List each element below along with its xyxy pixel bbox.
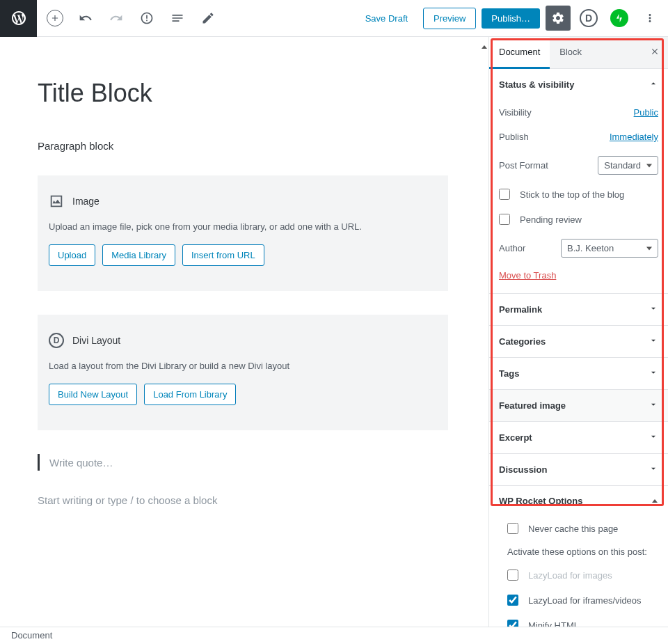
- pending-checkbox[interactable]: Pending review: [499, 207, 658, 232]
- panel-wp-rocket-toggle[interactable]: WP Rocket Options: [499, 496, 658, 506]
- lazy-images-checkbox[interactable]: LazyLoad for images: [499, 563, 658, 588]
- chevron-down-icon: [649, 368, 658, 379]
- wprocket-activate-text: Activate these options on this post:: [499, 541, 658, 563]
- quote-block[interactable]: Write quote…: [38, 454, 448, 471]
- author-select[interactable]: B.J. Keeton: [561, 239, 658, 258]
- image-icon: [49, 194, 64, 209]
- panel-featured-image: Featured image: [489, 390, 668, 422]
- chevron-down-icon: [649, 400, 658, 411]
- chevron-down-icon: [649, 336, 658, 347]
- panel-discussion: Discussion: [489, 454, 668, 486]
- author-label: Author: [499, 243, 525, 253]
- divi-button[interactable]: D: [576, 6, 601, 31]
- chevron-up-icon: [649, 79, 658, 91]
- insert-url-button[interactable]: Insert from URL: [182, 244, 264, 266]
- visibility-label: Visibility: [499, 107, 532, 118]
- info-button[interactable]: [134, 6, 159, 31]
- footer-breadcrumb[interactable]: Document: [0, 627, 668, 644]
- visibility-value-link[interactable]: Public: [634, 107, 658, 118]
- default-block-placeholder[interactable]: Start writing or type / to choose a bloc…: [38, 494, 448, 506]
- move-to-trash-link[interactable]: Move to Trash: [499, 265, 556, 283]
- image-block-title: Image: [72, 196, 100, 207]
- image-block[interactable]: Image Upload an image file, pick one fro…: [38, 175, 448, 291]
- tab-block[interactable]: Block: [550, 37, 591, 68]
- divi-block-desc: Load a layout from the Divi Library or b…: [49, 361, 437, 371]
- edit-button[interactable]: [196, 6, 221, 31]
- chevron-down-icon: [649, 304, 658, 315]
- build-layout-button[interactable]: Build New Layout: [49, 384, 137, 405]
- divi-block-title: Divi Layout: [72, 335, 120, 346]
- post-title[interactable]: Title Block: [38, 79, 448, 108]
- outline-button[interactable]: [165, 6, 190, 31]
- add-block-button[interactable]: [42, 6, 67, 31]
- upload-button[interactable]: Upload: [49, 244, 95, 266]
- media-library-button[interactable]: Media Library: [102, 244, 175, 266]
- image-block-desc: Upload an image file, pick one from your…: [49, 221, 437, 232]
- minify-html-checkbox[interactable]: Minify HTML: [499, 613, 658, 627]
- preview-button[interactable]: Preview: [423, 8, 476, 29]
- panel-wp-rocket: WP Rocket Options Never cache this page …: [489, 486, 668, 627]
- more-options-button[interactable]: [637, 6, 662, 31]
- panel-tags: Tags: [489, 358, 668, 390]
- never-cache-checkbox[interactable]: Never cache this page: [499, 516, 658, 541]
- sticky-checkbox[interactable]: Stick to the top of the blog: [499, 182, 658, 207]
- panel-permalink-toggle[interactable]: Permalink: [489, 294, 668, 325]
- settings-button[interactable]: [546, 6, 571, 31]
- settings-sidebar: Document Block Status & visibility Visib…: [488, 37, 668, 627]
- editor-canvas: Title Block Paragraph block Image Upload…: [0, 37, 486, 627]
- divi-layout-block[interactable]: D Divi Layout Load a layout from the Div…: [38, 315, 448, 430]
- panel-status-toggle[interactable]: Status & visibility: [489, 69, 668, 100]
- panel-featured-image-toggle[interactable]: Featured image: [489, 390, 668, 421]
- quote-placeholder: Write quote…: [49, 457, 113, 469]
- triangle-up-icon: [651, 498, 658, 505]
- save-draft-button[interactable]: Save Draft: [356, 8, 418, 29]
- load-library-button[interactable]: Load From Library: [144, 384, 236, 405]
- panel-discussion-toggle[interactable]: Discussion: [489, 454, 668, 485]
- post-format-label: Post Format: [499, 160, 548, 171]
- panel-tags-toggle[interactable]: Tags: [489, 358, 668, 389]
- top-toolbar: Save Draft Preview Publish… D: [0, 0, 668, 37]
- close-sidebar-button[interactable]: [642, 37, 668, 68]
- tab-document[interactable]: Document: [489, 37, 550, 69]
- panel-categories-toggle[interactable]: Categories: [489, 326, 668, 357]
- panel-permalink: Permalink: [489, 294, 668, 326]
- publish-button[interactable]: Publish…: [482, 8, 540, 29]
- panel-excerpt-toggle[interactable]: Excerpt: [489, 422, 668, 453]
- jetpack-button[interactable]: [607, 6, 632, 31]
- divi-icon: D: [49, 333, 64, 348]
- scroll-up-icon: [480, 37, 488, 58]
- undo-button[interactable]: [73, 6, 98, 31]
- redo-button: [104, 6, 129, 31]
- wordpress-logo[interactable]: [0, 0, 37, 37]
- panel-categories: Categories: [489, 326, 668, 358]
- publish-value-link[interactable]: Immediately: [610, 132, 658, 142]
- publish-label: Publish: [499, 132, 529, 142]
- chevron-down-icon: [649, 464, 658, 476]
- panel-excerpt: Excerpt: [489, 422, 668, 454]
- panel-status-visibility: Status & visibility Visibility Public Pu…: [489, 69, 668, 294]
- chevron-down-icon: [649, 432, 658, 443]
- paragraph-block[interactable]: Paragraph block: [38, 140, 448, 152]
- lazy-iframes-checkbox[interactable]: LazyLoad for iframes/videos: [499, 588, 658, 613]
- post-format-select[interactable]: Standard: [598, 156, 658, 175]
